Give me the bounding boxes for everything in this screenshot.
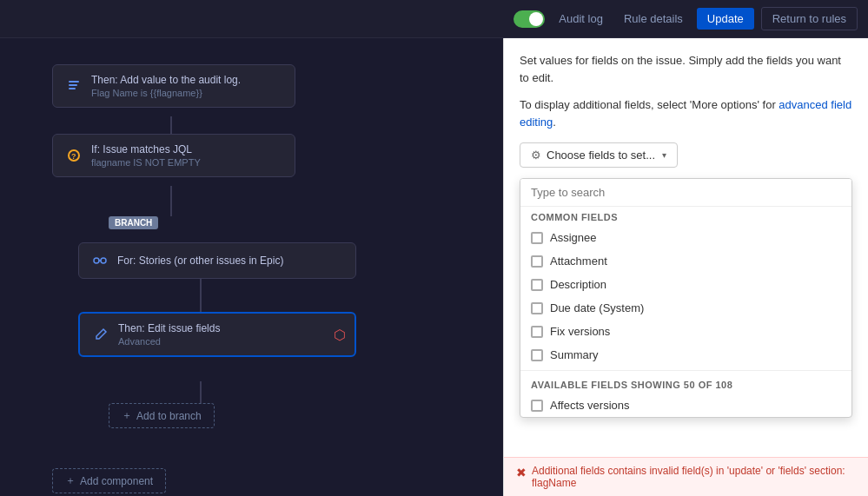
error-bar: ✖ Additional fields contains invalid fie… xyxy=(504,457,868,496)
audit-log-node-label: Then: Add value to the audit log. xyxy=(91,74,241,86)
field-checkbox[interactable] xyxy=(531,349,543,361)
node-for[interactable]: For: Stories (or other issues in Epic) xyxy=(78,242,356,279)
if-node-content: If: Issue matches JQL flagname IS NOT EM… xyxy=(91,143,201,168)
edit-icon xyxy=(92,326,109,343)
error-text: Additional fields contains invalid field… xyxy=(532,465,856,489)
hint-prefix: To display additional fields, select 'Mo… xyxy=(520,98,779,111)
search-input[interactable] xyxy=(520,179,851,207)
field-label: Description xyxy=(550,278,606,291)
connector-1 xyxy=(170,116,172,134)
choose-fields-label: Choose fields to set... xyxy=(547,149,655,162)
edit-node-label: Then: Edit issue fields xyxy=(118,322,220,334)
node-if[interactable]: ? If: Issue matches JQL flagname IS NOT … xyxy=(52,134,295,177)
add-component-plus-icon: ＋ xyxy=(65,473,76,488)
branch-badge: BRANCH xyxy=(109,216,158,229)
add-to-branch-label: Add to branch xyxy=(136,410,202,422)
for-node-label: For: Stories (or other issues in Epic) xyxy=(117,255,283,267)
panel-hint: To display additional fields, select 'Mo… xyxy=(520,96,852,130)
common-field-item[interactable]: Summary xyxy=(520,343,851,367)
hint-suffix: . xyxy=(553,116,556,129)
field-checkbox[interactable] xyxy=(531,400,543,412)
error-icon: ✖ xyxy=(516,466,527,479)
connector-2 xyxy=(170,186,172,216)
field-label: Attachment xyxy=(550,255,607,268)
add-component-button[interactable]: ＋ Add component xyxy=(52,468,166,493)
common-fields-label: COMMON FIELDS xyxy=(520,207,851,226)
connector-4 xyxy=(200,381,202,403)
add-branch-plus-icon: ＋ xyxy=(122,408,132,423)
audit-log-icon xyxy=(65,77,83,95)
field-label: Fix versions xyxy=(550,325,610,338)
choose-fields-button[interactable]: ⚙ Choose fields to set... ▾ xyxy=(520,142,678,168)
node-error-icon: ⬡ xyxy=(334,327,346,343)
edit-node-content: Then: Edit issue fields Advanced xyxy=(118,322,220,347)
svg-point-6 xyxy=(101,258,106,263)
field-checkbox[interactable] xyxy=(531,255,543,268)
field-label: Affects versions xyxy=(550,399,630,412)
svg-rect-1 xyxy=(69,84,77,86)
top-bar: Audit log Rule details Update Return to … xyxy=(0,0,868,38)
audit-log-node-content: Then: Add value to the audit log. Flag N… xyxy=(91,74,241,98)
svg-rect-2 xyxy=(69,88,76,89)
if-node-sub: flagname IS NOT EMPTY xyxy=(91,157,201,168)
divider xyxy=(520,370,851,371)
panel-content: Set values for fields on the issue. Simp… xyxy=(504,38,868,457)
available-fields-list: Affects versions xyxy=(520,393,851,417)
rule-details-link[interactable]: Rule details xyxy=(617,9,690,29)
update-button[interactable]: Update xyxy=(697,8,754,30)
common-field-item[interactable]: Attachment xyxy=(520,249,851,273)
available-fields-label: AVAILABLE FIELDS SHOWING 50 OF 108 xyxy=(520,374,851,393)
common-field-item[interactable]: Due date (System) xyxy=(520,296,851,320)
svg-point-5 xyxy=(94,258,99,263)
common-field-item[interactable]: Description xyxy=(520,273,851,296)
field-checkbox[interactable] xyxy=(531,326,543,338)
node-audit-log[interactable]: Then: Add value to the audit log. Flag N… xyxy=(52,64,295,108)
panel-description: Set values for fields on the issue. Simp… xyxy=(520,52,852,86)
field-checkbox[interactable] xyxy=(531,302,543,314)
connector-3 xyxy=(200,277,202,312)
audit-log-link[interactable]: Audit log xyxy=(552,9,610,29)
for-icon xyxy=(91,252,109,269)
gear-icon: ⚙ xyxy=(531,149,541,162)
common-fields-list: AssigneeAttachmentDescriptionDue date (S… xyxy=(520,226,851,367)
main-content: Then: Add value to the audit log. Flag N… xyxy=(0,38,868,496)
field-label: Summary xyxy=(550,348,599,361)
add-to-branch-button[interactable]: ＋ Add to branch xyxy=(109,403,215,428)
field-label: Due date (System) xyxy=(550,301,644,314)
field-checkbox[interactable] xyxy=(531,279,543,291)
audit-log-node-sub: Flag Name is {{flagname}} xyxy=(91,88,241,98)
common-field-item[interactable]: Assignee xyxy=(520,226,851,249)
available-field-item[interactable]: Affects versions xyxy=(520,393,851,417)
toggle-switch[interactable] xyxy=(514,10,545,28)
workflow-container: Then: Add value to the audit log. Flag N… xyxy=(26,38,503,496)
chevron-down-icon: ▾ xyxy=(662,150,666,160)
edit-node-sub: Advanced xyxy=(118,336,220,347)
if-icon: ? xyxy=(65,147,83,164)
svg-rect-0 xyxy=(69,81,79,83)
fields-dropdown: COMMON FIELDS AssigneeAttachmentDescript… xyxy=(520,178,852,418)
field-checkbox[interactable] xyxy=(531,232,543,244)
field-label: Assignee xyxy=(550,231,596,244)
canvas-panel: Then: Add value to the audit log. Flag N… xyxy=(0,38,503,496)
if-node-label: If: Issue matches JQL xyxy=(91,143,201,155)
add-component-label: Add component xyxy=(80,475,153,487)
common-field-item[interactable]: Fix versions xyxy=(520,320,851,343)
svg-text:?: ? xyxy=(71,152,76,161)
node-edit[interactable]: Then: Edit issue fields Advanced ⬡ xyxy=(78,312,356,357)
right-panel: Set values for fields on the issue. Simp… xyxy=(503,38,868,496)
return-to-rules-button[interactable]: Return to rules xyxy=(761,7,858,30)
